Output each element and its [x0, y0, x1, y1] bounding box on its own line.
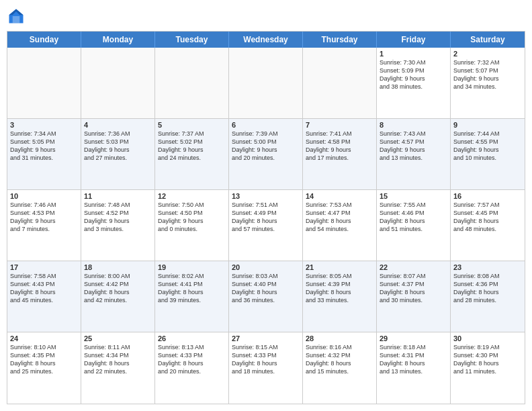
calendar-cell-3-3: 20Sunrise: 8:03 AM Sunset: 4:40 PM Dayli…: [229, 261, 303, 332]
day-info: Sunrise: 7:55 AM Sunset: 4:46 PM Dayligh…: [380, 201, 447, 234]
day-info: Sunrise: 8:03 AM Sunset: 4:40 PM Dayligh…: [232, 272, 300, 305]
calendar-cell-4-3: 27Sunrise: 8:15 AM Sunset: 4:33 PM Dayli…: [229, 332, 303, 404]
calendar-cell-3-6: 23Sunrise: 8:08 AM Sunset: 4:36 PM Dayli…: [451, 261, 525, 332]
day-info: Sunrise: 7:48 AM Sunset: 4:52 PM Dayligh…: [84, 201, 152, 234]
calendar-cell-2-4: 14Sunrise: 7:53 AM Sunset: 4:47 PM Dayli…: [303, 190, 377, 261]
calendar-cell-3-4: 21Sunrise: 8:05 AM Sunset: 4:39 PM Dayli…: [303, 261, 377, 332]
day-number: 8: [380, 121, 447, 129]
calendar-row-3: 17Sunrise: 7:58 AM Sunset: 4:43 PM Dayli…: [7, 261, 525, 332]
day-info: Sunrise: 7:39 AM Sunset: 5:00 PM Dayligh…: [232, 130, 300, 163]
day-number: 12: [158, 192, 226, 200]
day-number: 1: [380, 50, 447, 58]
logo: [7, 7, 28, 26]
calendar-row-4: 24Sunrise: 8:10 AM Sunset: 4:35 PM Dayli…: [7, 332, 525, 404]
day-number: 10: [10, 192, 78, 200]
day-info: Sunrise: 7:32 AM Sunset: 5:07 PM Dayligh…: [453, 58, 522, 91]
day-info: Sunrise: 8:16 AM Sunset: 4:32 PM Dayligh…: [306, 343, 373, 376]
weekday-header-monday: Monday: [81, 32, 155, 48]
calendar-cell-4-4: 28Sunrise: 8:16 AM Sunset: 4:32 PM Dayli…: [303, 332, 377, 404]
day-number: 4: [84, 121, 152, 129]
weekday-header-wednesday: Wednesday: [229, 32, 303, 48]
calendar-cell-1-2: 5Sunrise: 7:37 AM Sunset: 5:02 PM Daylig…: [155, 119, 229, 189]
day-info: Sunrise: 8:00 AM Sunset: 4:42 PM Dayligh…: [84, 272, 152, 305]
calendar-cell-2-3: 13Sunrise: 7:51 AM Sunset: 4:49 PM Dayli…: [229, 190, 303, 261]
calendar-row-2: 10Sunrise: 7:46 AM Sunset: 4:53 PM Dayli…: [7, 190, 525, 261]
day-number: 25: [84, 334, 152, 342]
day-number: 15: [380, 192, 447, 200]
calendar-cell-3-5: 22Sunrise: 8:07 AM Sunset: 4:37 PM Dayli…: [377, 261, 451, 332]
day-number: 6: [232, 121, 300, 129]
day-info: Sunrise: 8:11 AM Sunset: 4:34 PM Dayligh…: [84, 343, 152, 376]
day-number: 28: [306, 334, 373, 342]
calendar-cell-3-0: 17Sunrise: 7:58 AM Sunset: 4:43 PM Dayli…: [7, 261, 81, 332]
calendar-cell-2-5: 15Sunrise: 7:55 AM Sunset: 4:46 PM Dayli…: [377, 190, 451, 261]
day-number: 14: [306, 192, 373, 200]
day-number: 7: [306, 121, 373, 129]
calendar-cell-2-0: 10Sunrise: 7:46 AM Sunset: 4:53 PM Dayli…: [7, 190, 81, 261]
day-number: 29: [380, 334, 447, 342]
calendar-cell-0-3: [229, 48, 303, 118]
day-number: 30: [453, 334, 522, 342]
day-number: 24: [10, 334, 78, 342]
calendar-cell-1-1: 4Sunrise: 7:36 AM Sunset: 5:03 PM Daylig…: [81, 119, 155, 189]
day-info: Sunrise: 7:43 AM Sunset: 4:57 PM Dayligh…: [380, 130, 447, 163]
day-number: 2: [453, 50, 522, 58]
day-info: Sunrise: 7:44 AM Sunset: 4:55 PM Dayligh…: [453, 130, 522, 163]
day-info: Sunrise: 7:57 AM Sunset: 4:45 PM Dayligh…: [453, 201, 522, 234]
calendar-cell-1-5: 8Sunrise: 7:43 AM Sunset: 4:57 PM Daylig…: [377, 119, 451, 189]
day-info: Sunrise: 7:41 AM Sunset: 4:58 PM Dayligh…: [306, 130, 373, 163]
day-info: Sunrise: 7:46 AM Sunset: 4:53 PM Dayligh…: [10, 201, 78, 234]
day-info: Sunrise: 8:10 AM Sunset: 4:35 PM Dayligh…: [10, 343, 78, 376]
day-number: 13: [232, 192, 300, 200]
calendar-cell-4-1: 25Sunrise: 8:11 AM Sunset: 4:34 PM Dayli…: [81, 332, 155, 404]
page: SundayMondayTuesdayWednesdayThursdayFrid…: [0, 0, 532, 411]
header: [7, 7, 525, 26]
day-info: Sunrise: 8:18 AM Sunset: 4:31 PM Dayligh…: [380, 343, 447, 376]
calendar-cell-4-6: 30Sunrise: 8:19 AM Sunset: 4:30 PM Dayli…: [451, 332, 525, 404]
calendar-cell-0-0: [7, 48, 81, 118]
calendar-cell-4-5: 29Sunrise: 8:18 AM Sunset: 4:31 PM Dayli…: [377, 332, 451, 404]
day-info: Sunrise: 8:07 AM Sunset: 4:37 PM Dayligh…: [380, 272, 447, 305]
day-number: 22: [380, 263, 447, 271]
day-info: Sunrise: 8:02 AM Sunset: 4:41 PM Dayligh…: [158, 272, 226, 305]
calendar-row-0: 1Sunrise: 7:30 AM Sunset: 5:09 PM Daylig…: [7, 48, 525, 119]
calendar-cell-2-6: 16Sunrise: 7:57 AM Sunset: 4:45 PM Dayli…: [451, 190, 525, 261]
calendar-header: SundayMondayTuesdayWednesdayThursdayFrid…: [7, 32, 525, 48]
calendar-cell-1-6: 9Sunrise: 7:44 AM Sunset: 4:55 PM Daylig…: [451, 119, 525, 189]
day-info: Sunrise: 7:36 AM Sunset: 5:03 PM Dayligh…: [84, 130, 152, 163]
calendar-cell-0-2: [155, 48, 229, 118]
weekday-header-sunday: Sunday: [7, 32, 81, 48]
day-info: Sunrise: 7:58 AM Sunset: 4:43 PM Dayligh…: [10, 272, 78, 305]
weekday-header-thursday: Thursday: [303, 32, 377, 48]
day-number: 17: [10, 263, 78, 271]
calendar-cell-0-5: 1Sunrise: 7:30 AM Sunset: 5:09 PM Daylig…: [377, 48, 451, 118]
calendar-cell-3-2: 19Sunrise: 8:02 AM Sunset: 4:41 PM Dayli…: [155, 261, 229, 332]
calendar-cell-0-1: [81, 48, 155, 118]
day-info: Sunrise: 7:30 AM Sunset: 5:09 PM Dayligh…: [380, 58, 447, 91]
calendar-cell-0-4: [303, 48, 377, 118]
day-number: 3: [10, 121, 78, 129]
day-number: 9: [453, 121, 522, 129]
day-info: Sunrise: 8:05 AM Sunset: 4:39 PM Dayligh…: [306, 272, 373, 305]
calendar-cell-2-1: 11Sunrise: 7:48 AM Sunset: 4:52 PM Dayli…: [81, 190, 155, 261]
day-number: 26: [158, 334, 226, 342]
calendar-cell-4-2: 26Sunrise: 8:13 AM Sunset: 4:33 PM Dayli…: [155, 332, 229, 404]
day-number: 21: [306, 263, 373, 271]
day-number: 16: [453, 192, 522, 200]
calendar-cell-0-6: 2Sunrise: 7:32 AM Sunset: 5:07 PM Daylig…: [451, 48, 525, 118]
calendar-body: 1Sunrise: 7:30 AM Sunset: 5:09 PM Daylig…: [7, 48, 525, 404]
weekday-header-friday: Friday: [377, 32, 451, 48]
day-info: Sunrise: 7:34 AM Sunset: 5:05 PM Dayligh…: [10, 130, 78, 163]
weekday-header-saturday: Saturday: [451, 32, 525, 48]
day-info: Sunrise: 7:51 AM Sunset: 4:49 PM Dayligh…: [232, 201, 300, 234]
day-info: Sunrise: 7:50 AM Sunset: 4:50 PM Dayligh…: [158, 201, 226, 234]
calendar-cell-3-1: 18Sunrise: 8:00 AM Sunset: 4:42 PM Dayli…: [81, 261, 155, 332]
day-number: 5: [158, 121, 226, 129]
day-info: Sunrise: 8:15 AM Sunset: 4:33 PM Dayligh…: [232, 343, 300, 376]
calendar-cell-1-4: 7Sunrise: 7:41 AM Sunset: 4:58 PM Daylig…: [303, 119, 377, 189]
calendar-cell-4-0: 24Sunrise: 8:10 AM Sunset: 4:35 PM Dayli…: [7, 332, 81, 404]
day-info: Sunrise: 7:37 AM Sunset: 5:02 PM Dayligh…: [158, 130, 226, 163]
day-number: 19: [158, 263, 226, 271]
day-info: Sunrise: 7:53 AM Sunset: 4:47 PM Dayligh…: [306, 201, 373, 234]
weekday-header-tuesday: Tuesday: [155, 32, 229, 48]
